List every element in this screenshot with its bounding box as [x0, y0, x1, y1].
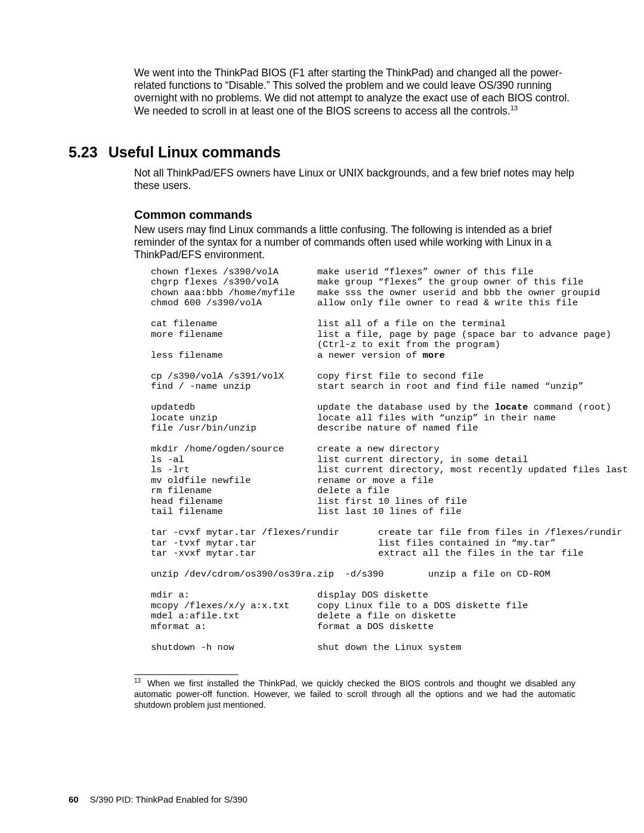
footnote-number: 13 [134, 677, 141, 684]
subheading-paragraph: New users may find Linux commands a litt… [134, 224, 575, 261]
running-footer-text: S/390 PID: ThinkPad Enabled for S/390 [90, 794, 247, 804]
footnote-text: When we first installed the ThinkPad, we… [134, 679, 575, 710]
page-content: We went into the ThinkPad BIOS (F1 after… [0, 0, 644, 711]
section-heading: 5.23 Useful Linux commands [69, 144, 575, 161]
footnote: 13 When we first installed the ThinkPad,… [134, 677, 575, 710]
section-intro-paragraph: Not all ThinkPad/EFS owners have Linux o… [134, 167, 575, 192]
section-title: Useful Linux commands [109, 144, 281, 161]
page-footer: 60 S/390 PID: ThinkPad Enabled for S/390 [69, 794, 247, 804]
intro-paragraph: We went into the ThinkPad BIOS (F1 after… [134, 67, 575, 117]
footnote-ref-intro: 13 [510, 104, 518, 112]
page-number: 60 [69, 794, 79, 804]
subheading: Common commands [134, 208, 575, 222]
intro-text: We went into the ThinkPad BIOS (F1 after… [134, 67, 569, 117]
footnote-separator [134, 674, 239, 675]
section-number: 5.23 [69, 144, 98, 161]
command-listing: chown flexes /s390/volA make userid “fle… [151, 267, 575, 654]
